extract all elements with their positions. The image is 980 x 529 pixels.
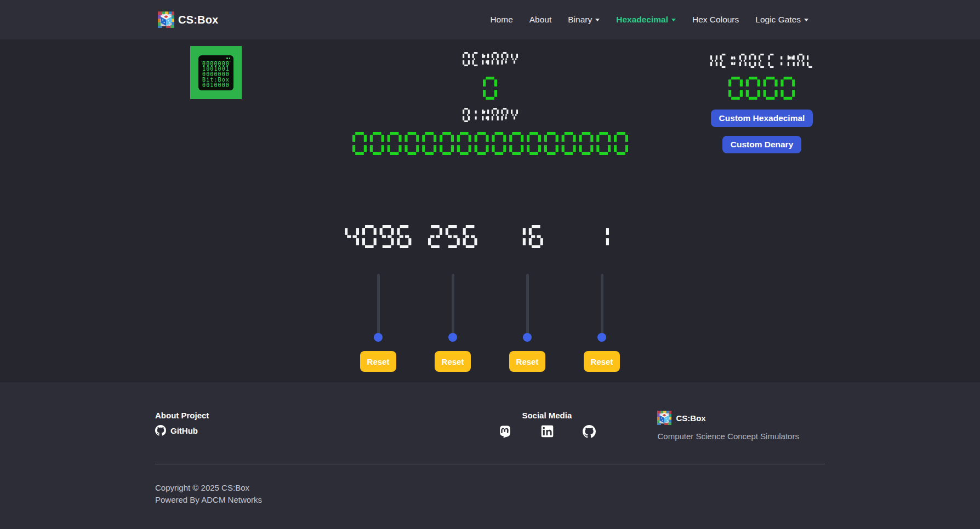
hexadecimal-column: Custom Hexadecimal Custom Denary (704, 54, 819, 153)
chevron-down-icon (595, 19, 600, 21)
slider-1[interactable] (597, 274, 606, 338)
slider-thumb[interactable] (597, 333, 606, 342)
nav-item-about[interactable]: About (521, 10, 560, 28)
reset-button-4096[interactable]: Reset (360, 351, 396, 372)
github-icon (583, 425, 596, 438)
slider-track[interactable] (377, 274, 380, 338)
chevron-down-icon (671, 19, 676, 21)
slider-column-256: Reset (423, 225, 483, 372)
copyright-text: Copyright © 2025 CS:Box (155, 482, 825, 494)
linkedin-icon (541, 425, 554, 438)
denary-heading (463, 52, 518, 66)
place-value-16 (511, 225, 543, 248)
slider-track[interactable] (526, 274, 529, 338)
reset-button-256[interactable]: Reset (435, 351, 471, 372)
binary-heading (463, 108, 518, 122)
footer-tagline: Computer Science Concept Simulators (657, 432, 825, 441)
top-navbar: CS:Box Home About Binary Hexadecimal Hex… (0, 0, 980, 39)
about-project-heading: About Project (155, 411, 436, 420)
csbox-logo-icon (158, 12, 174, 28)
slider-thumb[interactable] (523, 333, 532, 342)
social-icons-row (436, 425, 657, 439)
brand-link[interactable]: CS:Box (158, 12, 218, 28)
hexadecimal-heading (710, 54, 814, 68)
chevron-down-icon (804, 19, 808, 21)
github-social-link[interactable] (583, 425, 596, 439)
footer-about-column: About Project GitHub (155, 411, 436, 441)
linkedin-link[interactable] (541, 425, 554, 439)
page-footer: About Project GitHub Social Media CS:Box (0, 382, 980, 529)
powered-by-text: Powered By ADCM Networks (155, 494, 825, 506)
place-value-256 (428, 225, 477, 248)
slider-track[interactable] (452, 274, 454, 338)
reset-button-1[interactable]: Reset (584, 351, 620, 372)
place-value-4096 (345, 225, 411, 248)
slider-thumb[interactable] (374, 333, 383, 342)
slider-column-4096: Reset (348, 225, 408, 372)
denary-display (483, 77, 497, 100)
slider-column-1: Reset (572, 225, 632, 372)
brand-title: CS:Box (178, 14, 218, 26)
footer-social-column: Social Media (436, 411, 657, 441)
csbox-logo-icon (657, 411, 671, 425)
place-value-sliders: Reset Reset Reset (155, 225, 825, 372)
mastodon-icon (498, 425, 512, 439)
github-repo-link[interactable]: GitHub (155, 425, 198, 436)
hexadecimal-display (728, 77, 795, 100)
converter-panel: 0000000 1001001 0000000 Bit:Box 0010000 (155, 39, 825, 155)
nav-item-logic-gates-dropdown[interactable]: Logic Gates (747, 10, 817, 28)
social-media-heading: Social Media (436, 411, 657, 420)
custom-hexadecimal-button[interactable]: Custom Hexadecimal (711, 110, 813, 127)
nav-links: Home About Binary Hexadecimal Hex Colour… (482, 15, 817, 25)
footer-brand-column: CS:Box Computer Science Concept Simulato… (657, 411, 825, 441)
custom-denary-button[interactable]: Custom Denary (722, 136, 802, 153)
place-value-1 (595, 225, 609, 248)
reset-button-16[interactable]: Reset (509, 351, 545, 372)
nav-item-home[interactable]: Home (482, 10, 521, 28)
binary-display (352, 132, 628, 155)
slider-column-16: Reset (497, 225, 557, 372)
mastodon-link[interactable] (498, 425, 512, 439)
slider-thumb[interactable] (448, 333, 457, 342)
hexadecimal-simulator-page: 0000000 1001001 0000000 Bit:Box 0010000 (0, 39, 980, 382)
github-icon (155, 425, 166, 436)
footer-divider (155, 464, 825, 464)
slider-4096[interactable] (374, 274, 383, 338)
nav-item-hexadecimal-dropdown[interactable]: Hexadecimal (608, 10, 684, 28)
nav-item-binary-dropdown[interactable]: Binary (560, 10, 608, 28)
slider-256[interactable] (448, 274, 457, 338)
footer-brand-title: CS:Box (676, 413, 705, 423)
nav-item-hex-colours[interactable]: Hex Colours (684, 10, 747, 28)
slider-16[interactable] (523, 274, 532, 338)
slider-track[interactable] (601, 274, 603, 338)
github-link-label: GitHub (170, 426, 198, 435)
